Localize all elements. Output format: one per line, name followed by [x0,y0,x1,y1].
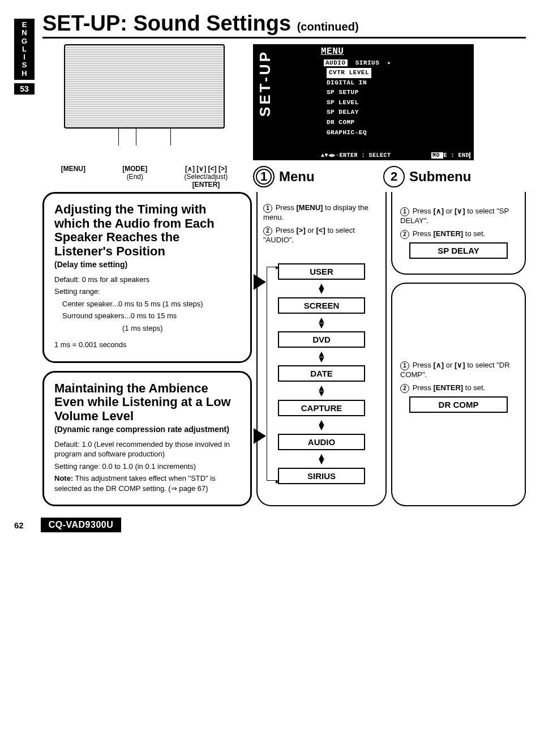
menu-option: CAPTURE [278,400,365,416]
step-text: 1 Press [∧] or [∨] to select "SP DELAY". [400,207,517,226]
info-text: Default: 1.0 (Level recommended by those… [54,439,240,459]
step-number-1-icon: 1 [253,166,275,187]
updown-arrow-icon: ▲▼ [263,317,380,328]
info-box-drcomp: Maintaining the Ambience Even while List… [42,371,252,507]
title-continued: (continued) [297,20,359,33]
info-text: 1 ms = 0.001 seconds [54,340,240,350]
menu-option: SIRIUS [278,468,365,484]
title-main: SET-UP: Sound Settings [42,11,291,35]
screen-footer-right: MO E : END [431,152,470,159]
info-text: (1 ms steps) [54,323,240,334]
page-header: SET-UP: Sound Settings (continued) [42,11,526,39]
info-text: Setting range: [54,287,240,297]
menu-flow-panel: 1 Press [MENU] to display the menu. 2 Pr… [256,192,387,506]
menu-item: SP SETUP [327,89,359,96]
page-footer: 62 CQ-VAD9300U [14,518,526,532]
menu-item: GRAPHIC-EQ [327,129,367,136]
info-subtitle-drcomp: (Dynamic range compression rate adjustme… [54,425,240,434]
step-text: 2 Press [ENTER] to set. [400,229,517,239]
column-headings: 1 Menu 2 Submenu [253,166,526,187]
screen-menu-list: CVTR LEVEL DIGITAL IN SP SETUP SP LEVEL … [327,68,371,138]
info-text: Setting range: 0.0 to 1.0 (in 0.1 increm… [54,462,240,472]
menu-option: DATE [278,365,365,382]
submenu-option-drcomp: DR COMP [409,396,508,413]
info-subtitle-delay: (Delay time setting) [54,260,240,269]
updown-arrow-icon: ▲▼ [263,454,380,464]
step-text: 2 Press [>] or [<] to select "AUDIO". [263,226,380,245]
menu-item-selected: CVTR LEVEL [327,68,371,78]
menu-item: DR COMP [327,119,355,126]
info-text: Center speaker...0 ms to 5 ms (1 ms step… [54,299,240,309]
button-label-arrows: [∧] [∨] [<] [>](Select/adjust)[ENTER] [185,165,228,189]
model-number: CQ-VAD9300U [41,518,122,532]
device-illustration: [MENU] [MODE](End) [∧] [∨] [<] [>](Selec… [42,44,246,189]
info-note: Note: This adjustment takes effect when … [54,473,240,493]
screen-tabs: AUDIO SIRIUS ▸ [324,59,392,66]
submenu-heading: Submenu [409,169,471,185]
info-title-delay: Adjusting the Timing with which the Audi… [54,203,240,259]
menu-heading: Menu [279,169,315,185]
info-text: Surround speakers...0 ms to 15 ms [54,311,240,321]
step-number-2-icon: 2 [383,166,405,187]
menu-item: SP LEVEL [327,99,359,106]
tab-sirius: SIRIUS [355,59,380,66]
button-label-mode: [MODE](End) [122,165,147,189]
submenu-panel-spdelay: 1 Press [∧] or [∨] to select "SP DELAY".… [391,192,526,275]
menu-option: DVD [278,331,365,348]
language-label: E N G L I S H [14,19,35,80]
menu-option: SCREEN [278,297,365,314]
submenu-panel-drcomp: 1 Press [∧] or [∨] to select "DR COMP". … [391,283,526,507]
side-page-number: 53 [14,83,35,95]
menu-item: SP DELAY [327,109,359,116]
updown-arrow-icon: ▲▼ [263,351,380,362]
tab-audio: AUDIO [324,59,348,66]
head-unit-image [64,44,225,129]
step-text: 2 Press [ENTER] to set. [400,383,517,393]
step-text: 1 Press [MENU] to display the menu. [263,203,380,223]
updown-arrow-icon: ▲▼ [263,283,380,294]
page-title: SET-UP: Sound Settings (continued) [42,11,359,36]
info-title-drcomp: Maintaining the Ambience Even while List… [54,382,240,424]
screen-menu-title: MENU [321,46,344,57]
menu-option: USER [278,263,365,280]
info-box-delay: Adjusting the Timing with which the Audi… [42,192,252,363]
submenu-option-spdelay: SP DELAY [409,242,508,259]
page-number: 62 [14,520,24,530]
menu-option: AUDIO [278,434,365,450]
button-label-menu: [MENU] [61,165,85,189]
updown-arrow-icon: ▲▼ [263,420,380,430]
step-text: 1 Press [∧] or [∨] to select "DR COMP". [400,361,517,380]
setup-vertical-label: SET-UP [256,50,274,117]
info-text: Default: 0 ms for all speakers [54,275,240,285]
language-sidebar: E N G L I S H 53 [14,19,35,95]
screen-footer-left: ▲▼◀▶·ENTER : SELECT [321,152,391,159]
menu-item: DIGITAL IN [327,79,367,86]
onscreen-menu: SET-UP MENU AUDIO SIRIUS ▸ CVTR LEVEL DI… [253,44,474,160]
updown-arrow-icon: ▲▼ [263,385,380,396]
